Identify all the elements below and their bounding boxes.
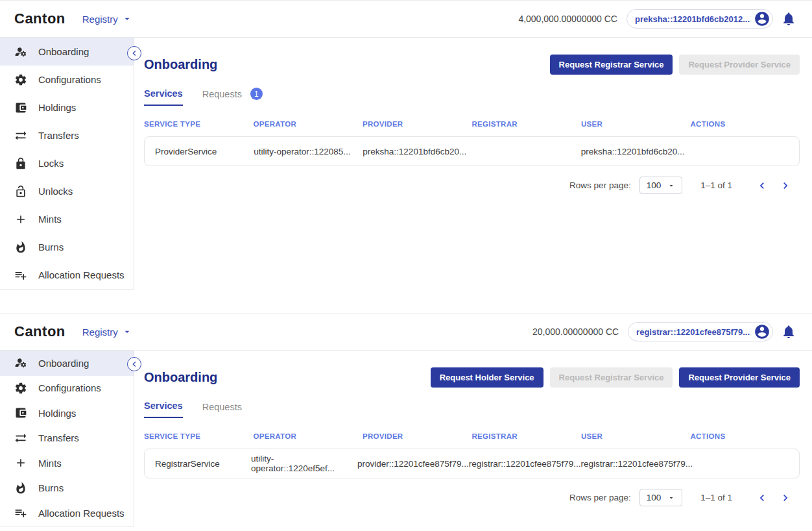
sidebar-item-transfers[interactable]: Transfers — [0, 121, 134, 149]
column-header-operator: OPERATOR — [254, 432, 363, 440]
sidebar-item-label: Unlocks — [38, 186, 73, 197]
sidebar-item-label: Allocation Requests — [38, 508, 125, 519]
column-header-provider: PROVIDER — [363, 120, 472, 128]
sidebar-item-label: Holdings — [38, 102, 76, 113]
sidebar-item-onboarding[interactable]: Onboarding — [0, 38, 134, 66]
cell-service-type: ProviderService — [145, 147, 254, 156]
canton-logo: Canton — [14, 10, 66, 27]
sidebar-item-label: Onboarding — [38, 358, 89, 369]
sidebar-item-holdings[interactable]: Holdings — [0, 401, 134, 426]
top-bar: Canton Registry 4,000,000.00000000 CC pr… — [0, 1, 812, 38]
notifications-icon[interactable] — [781, 11, 796, 27]
table-row[interactable]: ProviderService utility-operator::122085… — [144, 136, 800, 166]
next-page-button[interactable] — [779, 491, 792, 504]
cell-user: registrar::12201cfee875f79... — [580, 459, 693, 469]
rows-per-page-label: Rows per page: — [569, 180, 631, 190]
cell-registrar: registrar::12201cfee875f79... — [469, 459, 581, 469]
request-provider-service-button[interactable]: Request Provider Service — [679, 55, 800, 75]
plus-icon — [14, 456, 27, 469]
user-chip[interactable]: registrar::12201cfee875f79... — [628, 322, 773, 341]
sidebar-item-label: Burns — [38, 482, 64, 493]
pagination-bar: Rows per page: 100 1–1 of 1 — [144, 177, 800, 194]
request-holder-service-button[interactable]: Request Holder Service — [431, 367, 543, 388]
tab-requests[interactable]: Requests 1 — [202, 88, 263, 106]
previous-page-button[interactable] — [756, 491, 769, 504]
previous-page-button[interactable] — [756, 179, 769, 192]
page-title: Onboarding — [144, 370, 217, 385]
transfer-arrows-icon — [14, 129, 27, 142]
transfer-arrows-icon — [14, 432, 27, 445]
chevron-right-icon — [779, 179, 792, 192]
request-registrar-service-button[interactable]: Request Registrar Service — [550, 367, 673, 388]
sidebar-item-configurations[interactable]: Configurations — [0, 66, 134, 93]
sidebar-item-mints[interactable]: Mints — [0, 205, 134, 233]
request-provider-service-button[interactable]: Request Provider Service — [679, 367, 800, 388]
pagination-range: 1–1 of 1 — [700, 493, 732, 502]
sidebar-item-holdings[interactable]: Holdings — [0, 93, 134, 121]
sidebar-item-transfers[interactable]: Transfers — [0, 426, 134, 451]
list-add-icon — [14, 269, 27, 282]
sidebar-item-label: Allocation Requests — [38, 269, 125, 280]
registry-app-menu-label: Registry — [82, 14, 118, 25]
chevron-left-icon — [129, 359, 139, 369]
sidebar-item-label: Mints — [38, 214, 62, 225]
wallet-icon — [14, 406, 27, 419]
tab-services[interactable]: Services — [144, 401, 183, 418]
registry-app-menu[interactable]: Registry — [82, 14, 132, 25]
gear-icon — [14, 73, 27, 86]
sidebar-collapse-button[interactable] — [127, 46, 141, 60]
sidebar-item-burns[interactable]: Burns — [0, 476, 134, 501]
notifications-icon[interactable] — [781, 324, 796, 340]
balance-amount: 20,000.00000000 CC — [532, 327, 619, 337]
sidebar-nav: Onboarding Configurations Holdings Trans… — [0, 38, 134, 290]
column-header-actions: ACTIONS — [691, 120, 800, 128]
registry-app-menu-label: Registry — [82, 327, 118, 338]
page-title: Onboarding — [144, 57, 217, 72]
sidebar-item-configurations[interactable]: Configurations — [0, 376, 134, 401]
tab-requests-label: Requests — [202, 89, 242, 99]
sidebar-item-unlocks[interactable]: Unlocks — [0, 177, 134, 205]
cell-operator: utility-operator::1220ef5ef... — [251, 454, 357, 473]
app-window-1: Canton Registry 4,000,000.00000000 CC pr… — [0, 0, 812, 289]
table-header-row: SERVICE TYPE OPERATOR PROVIDER REGISTRAR… — [144, 432, 800, 440]
sidebar-item-allocation-requests[interactable]: Allocation Requests — [0, 500, 134, 526]
request-registrar-service-button[interactable]: Request Registrar Service — [550, 55, 673, 75]
next-page-button[interactable] — [779, 179, 792, 192]
plus-icon — [14, 213, 27, 226]
list-add-icon — [14, 506, 27, 519]
cell-service-type: RegistrarService — [145, 459, 251, 469]
flame-icon — [14, 241, 27, 254]
column-header-registrar: REGISTRAR — [472, 120, 582, 128]
sidebar-item-mints[interactable]: Mints — [0, 451, 134, 476]
tab-services[interactable]: Services — [144, 88, 183, 106]
table-row[interactable]: RegistrarService utility-operator::1220e… — [144, 449, 800, 478]
wallet-icon — [14, 101, 27, 114]
chevron-down-icon — [667, 494, 675, 502]
tab-requests-label: Requests — [202, 402, 242, 412]
party-id-label: registrar::12201cfee875f79... — [636, 327, 750, 337]
sidebar-nav: Onboarding Configurations Holdings Trans… — [0, 351, 134, 526]
sidebar-collapse-button[interactable] — [127, 357, 141, 371]
person-gear-icon — [14, 45, 27, 58]
registry-app-menu[interactable]: Registry — [82, 327, 132, 338]
main-content: Onboarding Request Registrar Service Req… — [134, 38, 812, 290]
column-header-user: USER — [581, 432, 691, 440]
rows-per-page-select[interactable]: 100 — [639, 177, 683, 194]
cell-provider: preksha::12201bfd6cb20... — [363, 147, 472, 156]
app-window-2: Canton Registry 20,000.00000000 CC regis… — [0, 313, 812, 531]
top-bar: Canton Registry 20,000.00000000 CC regis… — [0, 314, 812, 351]
avatar-icon — [754, 10, 770, 27]
pagination-bar: Rows per page: 100 1–1 of 1 — [144, 489, 800, 506]
user-chip[interactable]: preksha::12201bfd6cb2012... — [627, 9, 773, 29]
sidebar-item-burns[interactable]: Burns — [0, 233, 134, 261]
tab-requests[interactable]: Requests — [202, 402, 242, 418]
sidebar-item-locks[interactable]: Locks — [0, 149, 134, 177]
chevron-down-icon — [122, 14, 132, 24]
rows-per-page-select[interactable]: 100 — [639, 489, 683, 506]
column-header-service-type: SERVICE TYPE — [144, 432, 254, 440]
party-id-label: preksha::12201bfd6cb2012... — [635, 14, 750, 24]
sidebar-item-label: Mints — [38, 458, 62, 469]
sidebar-item-onboarding[interactable]: Onboarding — [0, 351, 134, 376]
sidebar-item-allocation-requests[interactable]: Allocation Requests — [0, 261, 134, 289]
sidebar-item-label: Holdings — [38, 408, 76, 419]
